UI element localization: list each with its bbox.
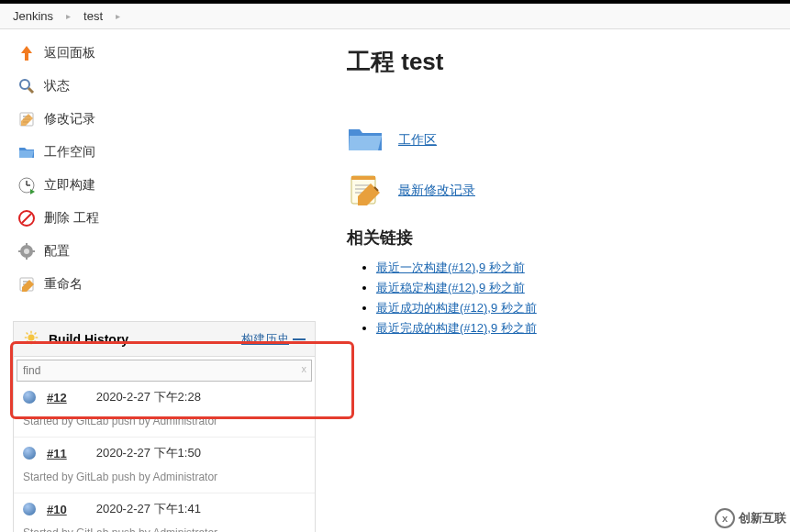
related-links-heading: 相关链接 <box>347 227 790 249</box>
build-date: 2020-2-27 下午1:41 <box>96 501 201 517</box>
breadcrumb-item[interactable]: test <box>83 9 103 23</box>
sidebar-item-label: 删除 工程 <box>44 210 99 227</box>
build-number-link[interactable]: #12 <box>47 391 67 405</box>
trend-icon <box>293 338 306 340</box>
status-ball-icon <box>23 391 36 404</box>
sidebar-item-label: 状态 <box>44 78 70 94</box>
clock-play-icon <box>17 175 37 195</box>
svg-point-12 <box>24 249 29 254</box>
notepad-icon <box>17 109 37 129</box>
svg-rect-30 <box>351 176 375 180</box>
folder-icon <box>347 124 384 156</box>
svg-line-27 <box>27 341 28 343</box>
rename-icon <box>17 274 37 294</box>
sidebar-item-label: 配置 <box>44 243 70 260</box>
build-row[interactable]: #12 2020-2-27 下午2:28 Started by GitLab p… <box>14 382 315 438</box>
svg-point-20 <box>28 334 34 340</box>
related-link[interactable]: 最近一次构建(#12),9 秒之前 <box>376 260 525 274</box>
workspace-link[interactable]: 工作区 <box>398 132 437 149</box>
svg-point-0 <box>20 80 29 89</box>
sidebar-item-label: 重命名 <box>44 276 83 293</box>
build-cause: Started by GitLab push by Administrator <box>23 526 306 532</box>
svg-line-25 <box>27 333 28 335</box>
sidebar-item-label: 修改记录 <box>44 111 95 127</box>
status-ball-icon <box>23 503 36 515</box>
svg-rect-15 <box>18 250 21 252</box>
main-content: 工程 test 工作区 最新修改记录 相关链接 最近一次构建(#12),9 秒之… <box>330 29 790 532</box>
sidebar-item-rename[interactable]: 重命名 <box>13 268 330 301</box>
sidebar-item-back[interactable]: 返回面板 <box>13 37 330 70</box>
workspace-link-row: 工作区 <box>347 124 790 156</box>
sidebar-item-changes[interactable]: 修改记录 <box>13 103 330 136</box>
up-arrow-icon <box>17 43 37 63</box>
sidebar-item-delete[interactable]: 删除 工程 <box>13 202 330 235</box>
sidebar-item-label: 工作空间 <box>44 144 95 161</box>
build-history-panel: Build History 构建历史 x #12 2020-2-27 下午2:2… <box>13 321 316 532</box>
sidebar-item-status[interactable]: 状态 <box>13 70 330 103</box>
build-date: 2020-2-27 下午2:28 <box>96 389 201 405</box>
sidebar-item-label: 返回面板 <box>44 45 95 61</box>
chevron-right-icon: ▸ <box>116 11 120 21</box>
sun-icon <box>23 329 39 349</box>
notepad-icon <box>347 172 384 208</box>
build-history-search: x <box>17 360 312 382</box>
build-history-title: Build History <box>49 332 128 347</box>
changes-link[interactable]: 最新修改记录 <box>398 183 475 199</box>
build-number-link[interactable]: #10 <box>47 503 67 516</box>
gear-icon <box>17 241 37 261</box>
related-link[interactable]: 最近完成的构建(#12),9 秒之前 <box>376 321 537 335</box>
sidebar: 返回面板 状态 修改记录 工作空间 立即构建 <box>0 29 330 532</box>
watermark-text: 创新互联 <box>739 510 786 526</box>
clear-icon[interactable]: x <box>302 363 307 374</box>
sidebar-item-workspace[interactable]: 工作空间 <box>13 136 330 169</box>
chevron-right-icon: ▸ <box>66 11 71 21</box>
build-date: 2020-2-27 下午1:50 <box>96 445 201 461</box>
sidebar-item-configure[interactable]: 配置 <box>13 235 330 268</box>
build-cause: Started by GitLab push by Administrator <box>23 471 306 483</box>
svg-line-28 <box>35 333 37 335</box>
watermark: x 创新互联 <box>715 508 786 528</box>
related-link[interactable]: 最近稳定构建(#12),9 秒之前 <box>376 281 525 294</box>
page-title: 工程 test <box>347 46 790 78</box>
build-trend-link[interactable]: 构建历史 <box>241 331 306 348</box>
build-row[interactable]: #11 2020-2-27 下午1:50 Started by GitLab p… <box>14 438 315 493</box>
status-ball-icon <box>23 447 36 460</box>
breadcrumb: Jenkins ▸ test ▸ <box>0 4 790 29</box>
build-number-link[interactable]: #11 <box>47 447 67 460</box>
sidebar-item-label: 立即构建 <box>44 177 95 194</box>
related-links-list: 最近一次构建(#12),9 秒之前 最近稳定构建(#12),9 秒之前 最近成功… <box>376 260 790 337</box>
changes-link-row: 最新修改记录 <box>347 172 790 208</box>
svg-rect-13 <box>26 243 28 246</box>
svg-line-1 <box>28 88 33 93</box>
build-history-header: Build History 构建历史 <box>14 322 315 357</box>
breadcrumb-item[interactable]: Jenkins <box>13 9 53 23</box>
svg-line-26 <box>35 341 37 343</box>
svg-rect-16 <box>32 250 35 252</box>
folder-icon <box>17 142 37 162</box>
sidebar-item-build-now[interactable]: 立即构建 <box>13 169 330 202</box>
svg-rect-14 <box>26 257 28 260</box>
build-cause: Started by GitLab push by Administrator <box>23 415 306 427</box>
magnifier-icon <box>17 76 37 96</box>
related-link[interactable]: 最近成功的构建(#12),9 秒之前 <box>376 301 537 315</box>
build-row[interactable]: #10 2020-2-27 下午1:41 Started by GitLab p… <box>14 493 315 532</box>
search-input[interactable] <box>17 360 312 382</box>
no-entry-icon <box>17 208 37 228</box>
watermark-icon: x <box>715 508 735 528</box>
